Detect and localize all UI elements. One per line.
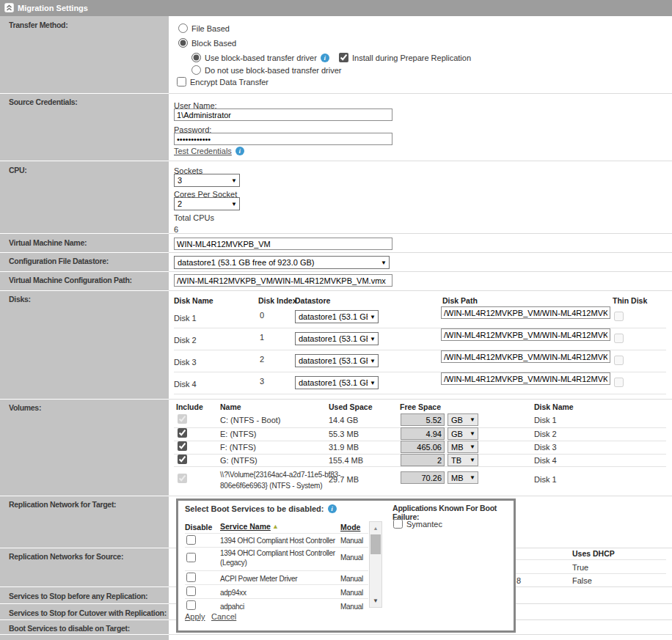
file-based-radio[interactable]	[178, 23, 188, 33]
apply-link[interactable]: Apply	[185, 612, 205, 621]
install-prepare-label: Install during Prepare Replication	[352, 54, 471, 62]
divider	[185, 547, 368, 548]
disable-service-checkbox[interactable]	[186, 600, 196, 610]
no-driver-radio[interactable]	[191, 65, 201, 75]
free-space-unit-select[interactable]: MB ▼	[448, 471, 478, 484]
divider	[185, 533, 368, 534]
divider	[0, 619, 169, 620]
thin-disk-checkbox[interactable]	[614, 334, 624, 343]
divider	[169, 161, 672, 161]
password-field[interactable]	[174, 133, 392, 145]
dropdown-arrow-icon: ▼	[470, 474, 475, 481]
label-services-stop-cutover: Services to Stop for Cutover with Replic…	[9, 608, 167, 617]
config-datastore-select[interactable]: datastore1 (53.1 GB free of 923.0 GB) ▼	[174, 256, 390, 269]
volume-name: \\?\Volume{23164ac4-a2d7-11e5-bf83-806e6…	[220, 469, 346, 491]
scroll-up-icon[interactable]: ▲	[370, 522, 381, 534]
cores-select[interactable]: 2 ▼	[174, 197, 240, 210]
disable-service-checkbox[interactable]	[186, 535, 196, 545]
disable-service-checkbox[interactable]	[186, 553, 196, 562]
service-name: adp94xx	[220, 588, 340, 597]
divider	[0, 93, 169, 94]
info-icon[interactable]: i	[235, 147, 244, 155]
include-checkbox[interactable]	[178, 455, 187, 464]
disable-service-checkbox[interactable]	[186, 586, 196, 596]
disk-datastore-select[interactable]: datastore1 (53.1 GB ▼	[295, 376, 379, 389]
encrypt-checkbox[interactable]	[177, 77, 186, 87]
divider	[169, 634, 672, 635]
dropdown-arrow-icon: ▼	[231, 201, 237, 207]
vm-name-input[interactable]	[174, 238, 392, 250]
disk-name: Disk 4	[174, 380, 197, 389]
disks-header-thin: Thin Disk	[613, 296, 647, 305]
label-repl-net-source: Replication Networks for Source:	[9, 552, 167, 561]
clipped-text-fragment: 8	[516, 576, 521, 585]
total-cpus-value: 6	[174, 225, 178, 234]
collapse-icon[interactable]	[4, 3, 14, 14]
col-mode[interactable]: Mode	[340, 523, 360, 532]
free-space-unit-select[interactable]: GB ▼	[448, 413, 478, 426]
free-space-unit-select[interactable]: TB ▼	[448, 454, 478, 466]
disk-datastore-select[interactable]: datastore1 (53.1 GB ▼	[295, 354, 379, 367]
info-icon[interactable]: i	[328, 504, 337, 513]
test-credentials-link[interactable]: Test Credentials	[174, 147, 232, 155]
disk-path-input[interactable]	[441, 328, 610, 341]
label-services-stop-before: Services to Stop before any Replication:	[9, 592, 167, 600]
block-based-radio[interactable]	[178, 38, 188, 48]
disk-datastore-value: datastore1 (53.1 GB	[299, 378, 368, 387]
disk-datastore-value: datastore1 (53.1 GB	[299, 312, 368, 321]
symantec-checkbox[interactable]	[393, 519, 403, 529]
thin-disk-checkbox[interactable]	[614, 356, 624, 365]
free-space-input[interactable]	[401, 413, 445, 426]
include-checkbox[interactable]	[178, 414, 187, 424]
username-input[interactable]	[174, 108, 392, 121]
sockets-select[interactable]: 3 ▼	[174, 174, 240, 187]
free-space-input[interactable]	[401, 427, 445, 440]
divider	[0, 271, 169, 272]
cancel-link[interactable]: Cancel	[211, 612, 236, 621]
free-space-unit-select[interactable]: MB ▼	[448, 441, 478, 453]
free-space-input[interactable]	[401, 471, 445, 484]
free-space-input[interactable]	[401, 441, 445, 453]
free-space-input[interactable]	[401, 454, 445, 466]
thin-disk-checkbox[interactable]	[614, 312, 624, 321]
use-driver-radio[interactable]	[191, 53, 201, 62]
disk-datastore-value: datastore1 (53.1 GB	[299, 334, 368, 343]
disk-datastore-select[interactable]: datastore1 (53.1 GB ▼	[295, 310, 379, 323]
thin-disk-checkbox[interactable]	[614, 378, 624, 387]
service-mode: Manual	[340, 602, 363, 611]
unit-value: GB	[451, 416, 463, 424]
use-driver-option: Use block-based transfer driver i	[191, 53, 329, 62]
col-service-name[interactable]: Service Name	[220, 522, 271, 531]
divider	[169, 233, 672, 234]
vm-config-path-input[interactable]	[174, 274, 392, 287]
info-icon[interactable]: i	[321, 54, 329, 62]
unit-value: MB	[451, 474, 464, 482]
disable-service-checkbox[interactable]	[186, 573, 196, 582]
label-cpu: CPU:	[9, 166, 167, 174]
disk-datastore-select[interactable]: datastore1 (53.1 GB ▼	[295, 332, 379, 345]
service-mode: Manual	[340, 553, 363, 562]
test-credentials-row: Test Credentials i	[174, 147, 244, 155]
volume-disk: Disk 3	[534, 443, 557, 452]
divider	[174, 466, 666, 467]
label-source-credentials: Source Credentials:	[9, 98, 167, 106]
include-checkbox[interactable]	[178, 441, 187, 451]
scrollbar-thumb[interactable]	[370, 534, 381, 554]
divider	[169, 271, 672, 272]
scrollbar[interactable]: ▲ ▼	[369, 521, 382, 608]
disk-path-input[interactable]	[441, 372, 610, 385]
page-title: Migration Settings	[18, 4, 88, 12]
volume-disk: Disk 1	[534, 475, 557, 484]
include-checkbox[interactable]	[178, 428, 187, 438]
volumes-header-include: Include	[176, 402, 203, 411]
label-boot-services: Boot Services to disable on Target:	[9, 624, 167, 633]
include-checkbox[interactable]	[178, 474, 187, 483]
scroll-down-icon[interactable]: ▼	[370, 595, 381, 606]
install-prepare-checkbox[interactable]	[339, 53, 348, 62]
volume-used: 155.4 MB	[329, 456, 363, 465]
disk-path-input[interactable]	[441, 306, 610, 319]
disk-path-input[interactable]	[441, 350, 610, 363]
divider	[185, 598, 368, 599]
free-space-unit-select[interactable]: GB ▼	[448, 427, 478, 440]
col-service-sort[interactable]: Service Name ▲	[220, 522, 279, 531]
